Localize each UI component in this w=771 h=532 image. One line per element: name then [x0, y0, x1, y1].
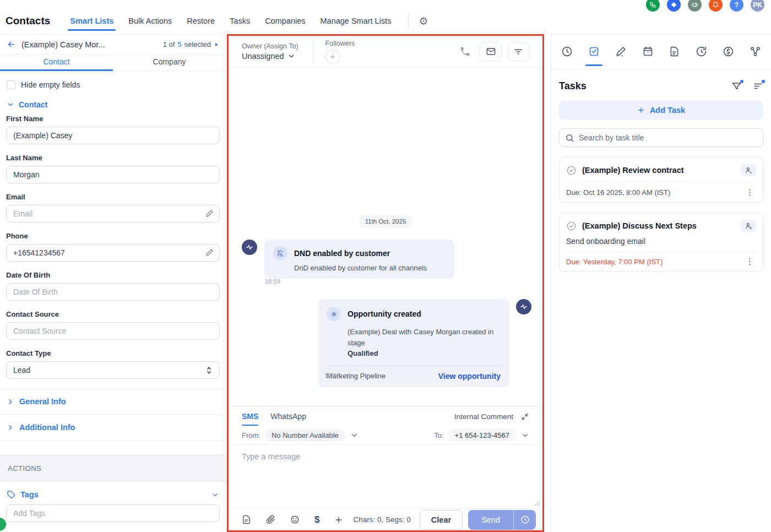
dnd-event-row: DND enabled by customer DnD enabled by c… — [242, 240, 454, 279]
hide-empty-checkbox[interactable] — [7, 80, 15, 89]
pager-prefix: 1 of — [163, 40, 175, 48]
complete-task-icon[interactable] — [566, 221, 577, 231]
task-card[interactable]: (Example) Review contract Due: Oct 16 20… — [559, 157, 763, 203]
activity-avatar — [516, 299, 531, 314]
tab-companies[interactable]: Companies — [265, 17, 305, 25]
to-number-select[interactable]: +1 654-123-4567 — [448, 429, 516, 442]
opportunity-stage: Qualified — [348, 349, 378, 357]
tab-sms[interactable]: SMS — [242, 412, 258, 421]
field-contact-type: Contact Type Lead — [6, 349, 220, 379]
tags-header[interactable]: Tags — [7, 490, 219, 499]
add-follower-button[interactable] — [325, 50, 340, 64]
tab-payments-icon[interactable] — [721, 42, 735, 61]
actions-section-header: ACTIONS — [0, 455, 226, 481]
pager-count[interactable]: 5 — [177, 40, 181, 48]
date-of-birth-input[interactable] — [6, 283, 220, 301]
attachment-icon[interactable] — [266, 515, 275, 524]
nav-divider — [408, 14, 409, 28]
general-info-toggle[interactable]: General Info — [0, 389, 226, 415]
tab-notes-icon[interactable] — [614, 42, 628, 61]
tab-bulk-actions[interactable]: Bulk Actions — [128, 17, 172, 25]
tab-associations-icon[interactable] — [748, 42, 762, 61]
contact-source-input[interactable] — [6, 322, 220, 340]
task-menu-icon[interactable]: ⋮ — [743, 257, 756, 267]
emoji-icon[interactable] — [290, 515, 300, 524]
tab-tasks-icon[interactable] — [587, 42, 601, 61]
select-updown-icon — [205, 366, 213, 374]
owner-value: Unassigned — [242, 52, 284, 61]
contact-type-select[interactable]: Lead — [6, 361, 220, 379]
view-opportunity-link[interactable]: View opportunity — [438, 372, 501, 381]
owner-select[interactable]: Unassigned — [242, 52, 298, 61]
notifications-bell-icon[interactable] — [709, 0, 723, 12]
tab-appointments-icon[interactable] — [641, 42, 655, 61]
first-name-input[interactable] — [6, 127, 220, 144]
assignee-remove-icon[interactable] — [741, 220, 756, 232]
message-history[interactable]: 11th Oct, 2025 DND enabled by customer D… — [229, 68, 542, 406]
clear-button[interactable]: Clear — [420, 510, 463, 530]
conversation-toolbar: Owner (Assign To) Unassigned Followers — [229, 36, 542, 68]
task-search-input[interactable] — [579, 133, 757, 142]
task-menu-icon[interactable]: ⋮ — [743, 187, 756, 197]
followers-block: Followers — [325, 40, 355, 64]
templates-icon[interactable] — [242, 515, 251, 524]
opportunity-event-title: Opportunity created — [348, 310, 421, 318]
edit-pencil-icon[interactable] — [205, 209, 214, 218]
internal-comment-toggle[interactable]: Internal Comment — [454, 412, 513, 421]
contact-detail-panel: (Example) Casey Mor... 1 of 5 selected C… — [0, 34, 226, 532]
tab-whatsapp[interactable]: WhatsApp — [270, 412, 306, 421]
send-button[interactable]: Send — [468, 510, 513, 530]
field-email: Email — [6, 193, 220, 222]
send-split-button[interactable]: Send — [468, 510, 536, 530]
hide-empty-label: Hide empty fields — [21, 80, 80, 89]
filter-messages-button[interactable] — [507, 42, 529, 61]
profile-avatar[interactable]: PK — [751, 0, 764, 12]
announcements-circle-icon[interactable] — [688, 0, 702, 12]
edit-pencil-icon[interactable] — [205, 248, 214, 257]
help-circle-icon[interactable]: ? — [730, 0, 743, 12]
tab-documents-icon[interactable] — [667, 42, 681, 61]
tab-contact[interactable]: Contact — [0, 55, 113, 70]
tag-icon — [7, 490, 15, 499]
task-card[interactable]: (Example) Discuss Next Steps Send onboar… — [559, 213, 763, 272]
message-textarea[interactable] — [229, 445, 542, 508]
followers-label: Followers — [325, 40, 355, 47]
filter-tasks-icon[interactable] — [731, 81, 742, 91]
tab-manage-smart-lists[interactable]: Manage Smart Lists — [320, 17, 391, 25]
additional-info-toggle[interactable]: Additional Info — [0, 415, 226, 441]
chat-widget-button[interactable] — [0, 518, 6, 531]
tab-history-icon[interactable] — [694, 42, 708, 61]
more-plus-icon[interactable] — [334, 515, 343, 524]
apps-circle-icon[interactable]: ❖ — [667, 0, 681, 12]
phone-input[interactable] — [6, 244, 220, 262]
tab-smart-lists[interactable]: Smart Lists — [70, 17, 113, 25]
opportunity-event-card: Opportunity created (Example) Deal with … — [318, 299, 509, 387]
email-button[interactable] — [480, 42, 502, 61]
add-task-button[interactable]: Add Task — [559, 101, 763, 120]
hide-empty-fields-row: Hide empty fields — [7, 80, 219, 89]
contact-section-toggle[interactable]: Contact — [7, 100, 219, 109]
tags-input-wrap — [6, 504, 220, 522]
search-icon — [565, 133, 574, 143]
tab-activity-icon[interactable] — [560, 42, 574, 61]
last-name-input[interactable] — [6, 166, 220, 183]
settings-gear-icon[interactable]: ⚙ — [419, 16, 428, 26]
email-input[interactable] — [6, 205, 220, 222]
assignee-icon[interactable] — [741, 164, 756, 176]
tasks-header: Tasks — [551, 69, 771, 100]
call-icon[interactable] — [459, 46, 471, 57]
tab-company[interactable]: Company — [113, 55, 226, 70]
tab-restore[interactable]: Restore — [187, 17, 215, 25]
payment-request-icon[interactable]: $ — [314, 514, 319, 525]
tab-tasks[interactable]: Tasks — [230, 17, 250, 25]
chevron-down-icon — [350, 431, 359, 439]
sort-tasks-icon[interactable] — [753, 81, 763, 91]
complete-task-icon[interactable] — [566, 165, 577, 176]
schedule-send-button[interactable] — [514, 510, 536, 530]
phone-circle-icon[interactable] — [646, 0, 660, 12]
from-number-select[interactable]: No Number Available — [265, 429, 345, 442]
composer-channel-tabs: SMS WhatsApp Internal Comment — [229, 406, 542, 426]
back-arrow-icon[interactable] — [7, 40, 16, 49]
add-tags-input[interactable] — [6, 504, 220, 522]
next-record-icon[interactable] — [214, 42, 219, 47]
